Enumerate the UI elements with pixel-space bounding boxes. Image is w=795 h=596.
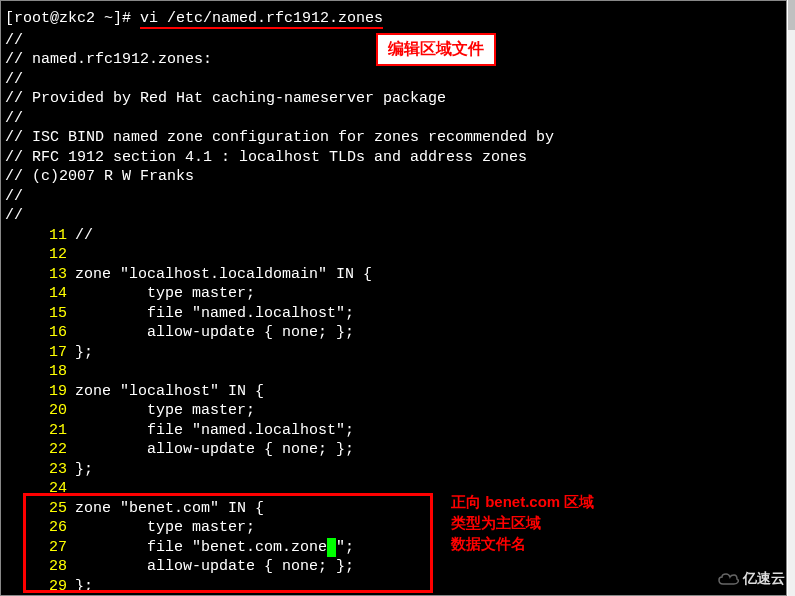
- code-line: 14 type master;: [5, 284, 782, 304]
- watermark: 亿速云: [717, 570, 785, 588]
- code-line: 15 file "named.localhost";: [5, 304, 782, 324]
- code-body[interactable]: 11// 12 13zone "localhost.localdomain" I…: [5, 226, 782, 597]
- code-text: file "benet.com.zone ";: [75, 538, 354, 558]
- code-line: 27 file "benet.com.zone ";: [5, 538, 782, 558]
- code-line: 18: [5, 362, 782, 382]
- line-number: 24: [5, 479, 75, 499]
- comment-line: //: [5, 109, 782, 129]
- code-line: 13zone "localhost.localdomain" IN {: [5, 265, 782, 285]
- comment-line: // ISC BIND named zone configuration for…: [5, 128, 782, 148]
- line-number: 19: [5, 382, 75, 402]
- terminal-window[interactable]: [root@zkc2 ~]# vi /etc/named.rfc1912.zon…: [0, 0, 787, 596]
- code-text: allow-update { none; };: [75, 323, 354, 343]
- typed-command: vi /etc/named.rfc1912.zones: [140, 10, 383, 29]
- code-text: //: [75, 226, 93, 246]
- code-line: 19zone "localhost" IN {: [5, 382, 782, 402]
- code-line: 12: [5, 245, 782, 265]
- code-text: type master;: [75, 401, 255, 421]
- code-line: 20 type master;: [5, 401, 782, 421]
- comment-line: // (c)2007 R W Franks: [5, 167, 782, 187]
- watermark-text: 亿速云: [743, 570, 785, 588]
- line-number: 22: [5, 440, 75, 460]
- code-line: 16 allow-update { none; };: [5, 323, 782, 343]
- command-prompt: [root@zkc2 ~]# vi /etc/named.rfc1912.zon…: [5, 9, 782, 29]
- annotation-line: 类型为主区域: [451, 512, 594, 533]
- scrollbar[interactable]: [788, 0, 795, 596]
- line-number: 16: [5, 323, 75, 343]
- comment-line: //: [5, 70, 782, 90]
- code-text: file "named.localhost";: [75, 421, 354, 441]
- line-number: 27: [5, 538, 75, 558]
- line-number: 13: [5, 265, 75, 285]
- comment-line: //: [5, 206, 782, 226]
- code-text: };: [75, 343, 93, 363]
- line-number: 11: [5, 226, 75, 246]
- line-number: 12: [5, 245, 75, 265]
- code-text: zone "localhost" IN {: [75, 382, 264, 402]
- line-number: 23: [5, 460, 75, 480]
- line-number: 20: [5, 401, 75, 421]
- code-text: type master;: [75, 284, 255, 304]
- code-line: 11//: [5, 226, 782, 246]
- annotation-line: 数据文件名: [451, 533, 594, 554]
- line-number: 21: [5, 421, 75, 441]
- cloud-icon: [717, 572, 739, 586]
- code-line: 24: [5, 479, 782, 499]
- annotation-edit-zone-file: 编辑区域文件: [376, 33, 496, 66]
- comment-line: //: [5, 187, 782, 207]
- code-line: 28 allow-update { none; };: [5, 557, 782, 577]
- code-line: 26 type master;: [5, 518, 782, 538]
- line-number: 28: [5, 557, 75, 577]
- line-number: 18: [5, 362, 75, 382]
- scrollbar-thumb[interactable]: [788, 0, 795, 30]
- annotation-line: 正向 benet.com 区域: [451, 491, 594, 512]
- line-number: 26: [5, 518, 75, 538]
- code-line: 29};: [5, 577, 782, 597]
- code-text: allow-update { none; };: [75, 440, 354, 460]
- code-line: 17};: [5, 343, 782, 363]
- code-line: 22 allow-update { none; };: [5, 440, 782, 460]
- line-number: 25: [5, 499, 75, 519]
- code-text: type master;: [75, 518, 255, 538]
- comment-line: // Provided by Red Hat caching-nameserve…: [5, 89, 782, 109]
- code-text: };: [75, 577, 93, 597]
- comment-line: // RFC 1912 section 4.1 : localhost TLDs…: [5, 148, 782, 168]
- code-text: allow-update { none; };: [75, 557, 354, 577]
- code-text: zone "benet.com" IN {: [75, 499, 264, 519]
- line-number: 17: [5, 343, 75, 363]
- line-number: 14: [5, 284, 75, 304]
- cursor: [327, 538, 336, 558]
- line-number: 29: [5, 577, 75, 597]
- prompt-prefix: [root@zkc2 ~]#: [5, 10, 140, 27]
- code-text: };: [75, 460, 93, 480]
- code-line: 25zone "benet.com" IN {: [5, 499, 782, 519]
- annotation-zone-description: 正向 benet.com 区域 类型为主区域 数据文件名: [451, 491, 594, 554]
- code-line: 21 file "named.localhost";: [5, 421, 782, 441]
- code-line: 23};: [5, 460, 782, 480]
- line-number: 15: [5, 304, 75, 324]
- code-text: zone "localhost.localdomain" IN {: [75, 265, 372, 285]
- code-text: file "named.localhost";: [75, 304, 354, 324]
